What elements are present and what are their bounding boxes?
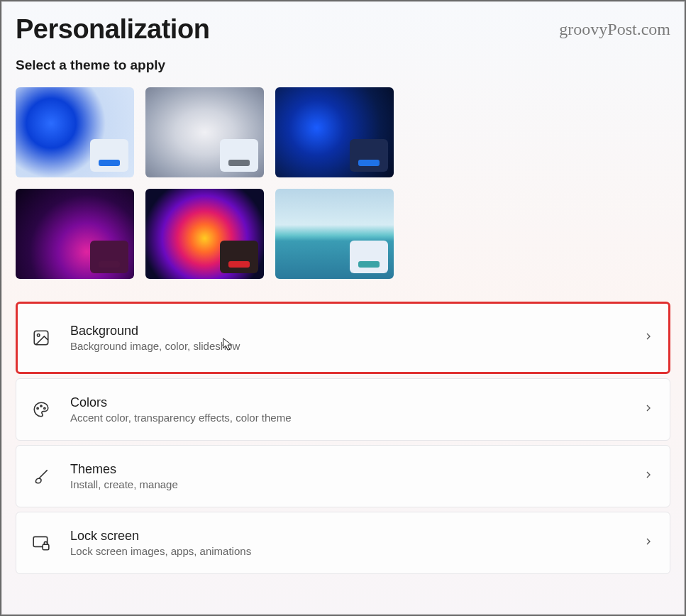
theme-thumbnail[interactable]: [145, 189, 264, 279]
svg-rect-6: [43, 544, 49, 550]
theme-preview-badge: [350, 241, 388, 273]
svg-point-1: [37, 334, 39, 336]
setting-subtitle: Install, create, manage: [70, 478, 643, 490]
themes-section-title: Select a theme to apply: [16, 57, 670, 73]
themes-setting-card[interactable]: Themes Install, create, manage: [16, 445, 670, 507]
chevron-right-icon: [643, 536, 654, 550]
setting-subtitle: Lock screen images, apps, animations: [70, 545, 643, 557]
setting-title: Lock screen: [70, 529, 643, 544]
theme-accent-swatch: [228, 261, 250, 268]
setting-subtitle: Background image, color, slideshow: [70, 340, 643, 352]
chevron-right-icon: [643, 402, 654, 417]
theme-accent-swatch: [99, 160, 120, 166]
theme-preview-badge: [90, 139, 128, 172]
theme-thumbnail[interactable]: [275, 189, 394, 279]
background-setting-card[interactable]: Background Background image, color, slid…: [16, 302, 670, 374]
theme-thumbnail[interactable]: [16, 189, 134, 279]
theme-thumbnail[interactable]: [16, 87, 134, 177]
colors-setting-card[interactable]: Colors Accent color, transparency effect…: [16, 378, 670, 441]
theme-accent-swatch: [358, 261, 380, 268]
setting-title: Colors: [70, 395, 643, 410]
brush-icon: [32, 467, 50, 485]
theme-thumbnail[interactable]: [275, 87, 394, 177]
monitor-lock-icon: [32, 534, 50, 552]
theme-accent-swatch: [99, 261, 120, 268]
svg-point-4: [44, 407, 45, 409]
theme-grid: [16, 87, 670, 279]
setting-title: Background: [70, 324, 643, 339]
chevron-right-icon: [643, 331, 654, 345]
page-title: Personalization: [16, 14, 209, 45]
theme-preview-badge: [350, 139, 388, 172]
chevron-right-icon: [643, 469, 654, 483]
settings-list: Background Background image, color, slid…: [16, 302, 670, 574]
svg-point-2: [37, 407, 38, 409]
image-icon: [32, 329, 50, 347]
setting-title: Themes: [70, 462, 643, 477]
theme-preview-badge: [220, 139, 258, 172]
watermark-text: groovyPost.com: [559, 20, 670, 39]
theme-preview-badge: [220, 241, 258, 273]
theme-thumbnail[interactable]: [145, 87, 264, 177]
theme-accent-swatch: [228, 160, 250, 166]
setting-subtitle: Accent color, transparency effects, colo…: [70, 412, 643, 424]
lock-screen-setting-card[interactable]: Lock screen Lock screen images, apps, an…: [16, 512, 670, 574]
theme-accent-swatch: [358, 160, 380, 166]
palette-icon: [32, 400, 50, 419]
theme-preview-badge: [90, 241, 128, 273]
svg-point-3: [40, 405, 42, 407]
